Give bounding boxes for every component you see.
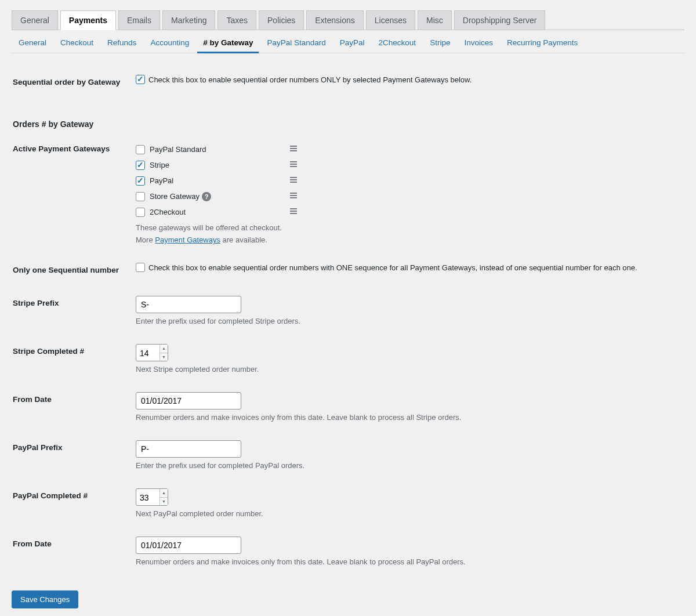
seq-by-gateway-field[interactable]: Check this box to enable sequential orde… [136, 75, 472, 84]
subtab-invoices[interactable]: Invoices [464, 38, 493, 47]
stripe-prefix-label: Stripe Prefix [13, 287, 135, 334]
gateway-checkbox[interactable] [136, 208, 145, 217]
subtab-paypal-standard[interactable]: PayPal Standard [267, 38, 325, 47]
gateway-desc1: These gateways will be offered at checko… [136, 223, 677, 232]
paypal-completed-desc: Next PayPal completed order number. [136, 509, 677, 518]
subtab-stripe[interactable]: Stripe [430, 38, 450, 47]
paypal-from-input[interactable] [136, 537, 241, 554]
gateway-checkbox[interactable] [136, 161, 145, 170]
stripe-completed-input[interactable] [136, 345, 160, 362]
gateway-item: Stripe [136, 157, 298, 173]
subtab-recurring-payments[interactable]: Recurring Payments [507, 38, 578, 47]
gateway-name: 2Checkout [150, 208, 289, 216]
svg-rect-11 [290, 197, 297, 198]
gateway-desc2: More Payment Gateways are available. [136, 235, 677, 244]
drag-handle-icon[interactable] [289, 144, 298, 155]
gateway-item: 2Checkout [136, 204, 298, 220]
subtab-refunds[interactable]: Refunds [107, 38, 136, 47]
seq-by-gateway-text: Check this box to enable sequential orde… [148, 75, 472, 84]
paypal-completed-input[interactable] [136, 489, 160, 506]
paypal-prefix-label: PayPal Prefix [13, 432, 135, 479]
paypal-completed-stepper[interactable]: ▲▼ [136, 488, 168, 506]
tab-general[interactable]: General [12, 10, 58, 30]
stripe-from-desc: Renumber orders and make invoices only f… [136, 413, 677, 422]
one-seq-label: Only one Sequential number [13, 254, 135, 286]
gateway-name: PayPal [150, 176, 289, 185]
drag-handle-icon[interactable] [289, 206, 298, 218]
payment-gateways-link[interactable]: Payment Gateways [155, 235, 220, 244]
svg-rect-2 [290, 150, 297, 151]
subtab-2checkout[interactable]: 2Checkout [379, 38, 416, 47]
svg-rect-10 [290, 195, 297, 196]
gateway-item: PayPal Standard [136, 142, 298, 157]
gateway-name: PayPal Standard [150, 145, 289, 154]
gateway-checkbox[interactable] [136, 145, 145, 154]
stripe-completed-stepper[interactable]: ▲▼ [136, 344, 168, 361]
gateway-item: PayPal [136, 173, 298, 189]
svg-rect-4 [290, 164, 297, 165]
drag-handle-icon[interactable] [289, 191, 298, 202]
tab-marketing[interactable]: Marketing [162, 10, 215, 30]
svg-rect-13 [290, 211, 297, 212]
subtab-accounting[interactable]: Accounting [150, 38, 189, 47]
one-seq-text: Check this box to enable sequential orde… [148, 263, 637, 272]
active-gateways-label: Active Payment Gateways [13, 133, 135, 253]
tab-dropshipping-server[interactable]: Dropshipping Server [454, 10, 546, 30]
tab-payments[interactable]: Payments [60, 10, 116, 30]
secondary-tabs: GeneralCheckoutRefundsAccounting# by Gat… [12, 30, 684, 53]
stripe-prefix-desc: Enter the prefix used for completed Stri… [136, 317, 677, 325]
tab-taxes[interactable]: Taxes [217, 10, 256, 30]
subtab-paypal[interactable]: PayPal [340, 38, 365, 47]
stripe-from-input[interactable] [136, 392, 241, 410]
svg-rect-8 [290, 182, 297, 183]
stripe-completed-desc: Next Stripe completed order number. [136, 365, 677, 374]
svg-rect-5 [290, 166, 297, 167]
tab-misc[interactable]: Misc [418, 10, 452, 30]
drag-handle-icon[interactable] [289, 175, 298, 186]
primary-tabs: GeneralPaymentsEmailsMarketingTaxesPolic… [12, 0, 684, 30]
subtab-general[interactable]: General [19, 38, 46, 47]
stepper-icon[interactable]: ▲▼ [160, 489, 168, 505]
gateway-name: Stripe [150, 161, 289, 169]
help-icon[interactable]: ? [202, 192, 211, 201]
svg-rect-9 [290, 193, 297, 194]
svg-rect-12 [290, 208, 297, 209]
gateway-checkbox[interactable] [136, 192, 145, 201]
svg-rect-14 [290, 213, 297, 214]
gateway-list: PayPal StandardStripePayPalStore Gateway… [136, 142, 677, 220]
tab-extensions[interactable]: Extensions [306, 10, 363, 30]
save-button[interactable]: Save Changes [12, 590, 78, 608]
tab-emails[interactable]: Emails [118, 10, 160, 30]
drag-handle-icon[interactable] [289, 160, 298, 171]
stripe-from-label: From Date [13, 383, 135, 430]
gateway-item: Store Gateway? [136, 189, 298, 204]
settings-form: Sequential order by Gateway Check this b… [12, 65, 684, 576]
seq-by-gateway-checkbox[interactable] [136, 75, 145, 84]
svg-rect-3 [290, 161, 297, 162]
stripe-prefix-input[interactable] [136, 296, 241, 313]
tab-policies[interactable]: Policies [259, 10, 304, 30]
one-seq-checkbox[interactable] [136, 263, 145, 272]
paypal-prefix-desc: Enter the prefix used for completed PayP… [136, 461, 677, 470]
svg-rect-1 [290, 148, 297, 149]
stepper-icon[interactable]: ▲▼ [160, 345, 168, 361]
paypal-completed-label: PayPal Completed # [13, 480, 135, 527]
paypal-prefix-input[interactable] [136, 440, 241, 458]
gateway-checkbox[interactable] [136, 176, 145, 186]
gateway-name: Store Gateway? [150, 192, 289, 201]
one-seq-field[interactable]: Check this box to enable sequential orde… [136, 263, 637, 272]
paypal-from-label: From Date [13, 528, 135, 575]
subtab--by-gateway[interactable]: # by Gateway [203, 38, 253, 47]
tab-licenses[interactable]: Licenses [366, 10, 415, 30]
stripe-completed-label: Stripe Completed # [13, 335, 135, 382]
svg-rect-7 [290, 179, 297, 180]
svg-rect-6 [290, 177, 297, 178]
subtab-checkout[interactable]: Checkout [60, 38, 93, 47]
paypal-from-desc: Renumber orders and make invoices only f… [136, 557, 677, 566]
seq-by-gateway-label: Sequential order by Gateway [13, 66, 135, 98]
svg-rect-0 [290, 146, 297, 147]
orders-section-heading: Orders # by Gateway [13, 99, 683, 132]
